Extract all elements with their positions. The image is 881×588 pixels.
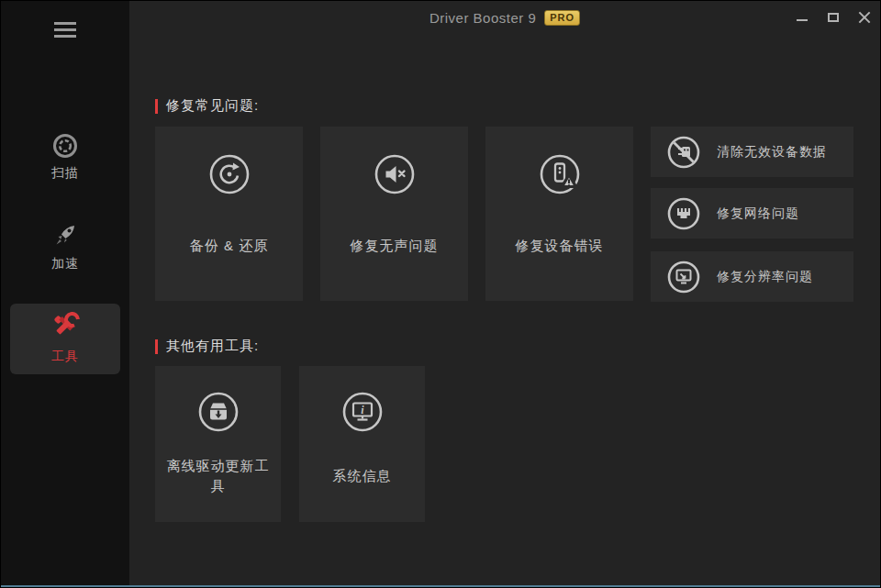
window-bottom-edge <box>1 585 880 587</box>
app-window: 扫描 加速 工具 Driver Booster 9 <box>0 0 881 588</box>
fix-resolution-icon <box>666 260 701 294</box>
sidebar-item-label: 扫描 <box>1 165 129 182</box>
card-label: 系统信息 <box>333 466 392 486</box>
button-fix-network[interactable]: 修复网络问题 <box>651 188 853 239</box>
system-info-icon: i <box>341 391 384 433</box>
sidebar-item-boost[interactable]: 加速 <box>1 221 129 272</box>
red-accent-bar <box>155 339 158 354</box>
window-controls <box>796 1 871 34</box>
card-offline-driver-update-tool[interactable]: 离线驱动更新工具 <box>155 366 281 522</box>
side-button-label: 修复网络问题 <box>717 205 799 222</box>
button-clean-invalid-device-data[interactable]: 清除无效设备数据 <box>651 127 853 177</box>
card-fix-no-sound[interactable]: 修复无声问题 <box>320 127 468 301</box>
card-label: 离线驱动更新工具 <box>161 456 275 496</box>
fix-network-icon <box>666 196 701 231</box>
hamburger-menu-icon[interactable] <box>54 22 76 38</box>
window-title: Driver Booster 9 <box>429 10 536 26</box>
close-icon[interactable] <box>858 11 871 24</box>
section-header-fix-common-problems: 修复常见问题: <box>155 97 259 115</box>
card-fix-device-error[interactable]: 修复设备错误 <box>485 127 633 301</box>
section-title: 修复常见问题: <box>166 97 259 115</box>
sidebar-item-scan[interactable]: 扫描 <box>1 132 129 182</box>
boost-icon <box>50 221 80 250</box>
section-title: 其他有用工具: <box>166 338 259 355</box>
red-accent-bar <box>155 99 158 114</box>
pro-badge: PRO <box>544 10 580 26</box>
backup-restore-icon <box>208 153 251 195</box>
fix-no-sound-icon <box>374 153 416 195</box>
card-label: 备份 & 还原 <box>190 236 268 256</box>
side-button-label: 清除无效设备数据 <box>717 144 827 161</box>
clean-invalid-device-data-icon <box>666 135 701 170</box>
side-button-label: 修复分辨率问题 <box>717 269 813 285</box>
sidebar-item-label: 加速 <box>1 256 129 272</box>
card-label: 修复无声问题 <box>351 236 439 256</box>
card-backup-restore[interactable]: 备份 & 还原 <box>155 127 303 301</box>
fix-device-error-icon <box>539 153 581 195</box>
sidebar: 扫描 加速 工具 <box>1 1 129 587</box>
offline-driver-update-tool-icon <box>197 391 240 433</box>
svg-text:i: i <box>361 404 364 416</box>
card-system-info[interactable]: i 系统信息 <box>299 366 425 522</box>
tools-icon <box>49 312 82 345</box>
scan-icon <box>51 132 79 160</box>
sidebar-item-label: 工具 <box>10 349 120 365</box>
sidebar-item-tools[interactable]: 工具 <box>10 304 120 374</box>
button-fix-resolution[interactable]: 修复分辨率问题 <box>651 251 853 302</box>
titlebar: Driver Booster 9 PRO <box>129 1 880 34</box>
section-header-other-useful-tools: 其他有用工具: <box>155 338 259 355</box>
minimize-icon[interactable] <box>796 11 809 24</box>
maximize-icon[interactable] <box>827 11 840 24</box>
card-label: 修复设备错误 <box>516 236 604 256</box>
